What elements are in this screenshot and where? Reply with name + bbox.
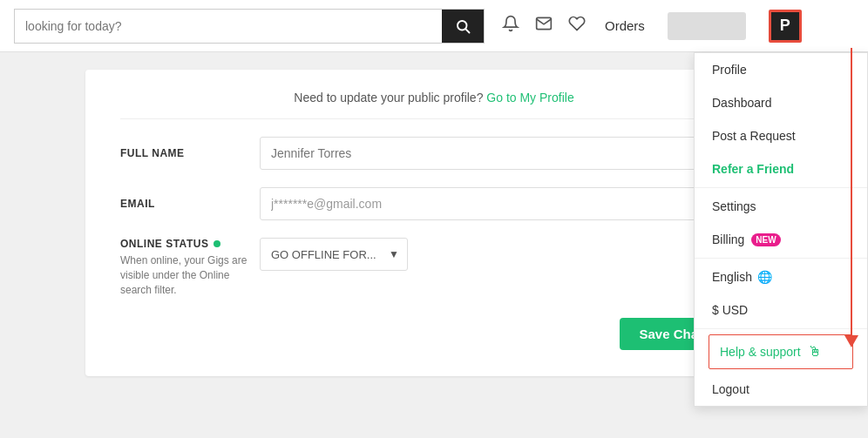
online-status-text: ONLINE STATUS xyxy=(120,238,208,250)
red-arrow-line xyxy=(851,48,852,335)
notifications-icon[interactable] xyxy=(502,15,519,37)
cursor-icon: 🖱 xyxy=(808,344,822,360)
search-button[interactable] xyxy=(442,10,484,43)
orders-link[interactable]: Orders xyxy=(605,18,645,33)
globe-icon: 🌐 xyxy=(757,270,772,284)
offline-select[interactable]: GO OFFLINE FOR... xyxy=(260,238,408,271)
search-input[interactable] xyxy=(15,10,442,43)
dropdown-item-currency[interactable]: $ USD xyxy=(695,293,867,327)
search-icon xyxy=(455,18,471,34)
new-badge: NEW xyxy=(751,233,780,246)
logout-label: Logout xyxy=(712,382,749,396)
dropdown-item-profile[interactable]: Profile xyxy=(695,53,867,86)
refer-friend-label: Refer a Friend xyxy=(712,162,794,176)
dropdown-item-post-request[interactable]: Post a Request xyxy=(695,119,867,152)
divider-2 xyxy=(695,258,867,259)
svg-line-1 xyxy=(465,29,469,32)
language-label: English xyxy=(712,270,752,284)
red-arrow-head xyxy=(844,335,858,347)
full-name-row: FULL NAME xyxy=(120,137,748,170)
messages-icon[interactable] xyxy=(535,15,553,37)
search-container xyxy=(14,9,485,44)
offline-dropdown-wrapper: GO OFFLINE FOR... ▼ xyxy=(260,238,408,271)
profile-card: Need to update your public profile? Go t… xyxy=(85,70,783,376)
avatar-letter: P xyxy=(780,17,790,35)
dropdown-item-dashboard[interactable]: Dashboard xyxy=(695,86,867,119)
full-name-input[interactable] xyxy=(260,137,748,170)
header-icons: Orders P xyxy=(502,10,802,43)
offline-select-wrapper: GO OFFLINE FOR... ▼ xyxy=(260,238,748,271)
dropdown-item-refer[interactable]: Refer a Friend xyxy=(695,152,867,185)
dropdown-item-billing[interactable]: Billing NEW xyxy=(695,223,867,256)
divider-3 xyxy=(695,328,867,329)
email-row: EMAIL xyxy=(120,187,748,220)
email-input[interactable] xyxy=(260,187,748,220)
online-desc: When online, your Gigs are visible under… xyxy=(120,253,260,297)
dropdown-item-settings[interactable]: Settings xyxy=(695,190,867,223)
avatar-button[interactable]: P xyxy=(769,10,802,43)
billing-label: Billing xyxy=(712,232,744,246)
favorites-icon[interactable] xyxy=(568,15,586,37)
post-request-label: Post a Request xyxy=(712,129,796,143)
dropdown-item-logout[interactable]: Logout xyxy=(695,373,867,406)
full-name-label: FULL NAME xyxy=(120,147,260,159)
notice-text: Need to update your public profile? xyxy=(294,91,483,104)
settings-label: Settings xyxy=(712,199,756,213)
dropdown-item-language[interactable]: English 🌐 xyxy=(695,260,867,293)
online-label-block: ONLINE STATUS When online, your Gigs are… xyxy=(120,238,260,297)
profile-notice: Need to update your public profile? Go t… xyxy=(120,91,748,119)
online-status-section: ONLINE STATUS When online, your Gigs are… xyxy=(120,238,748,297)
profile-label: Profile xyxy=(712,63,747,77)
go-to-profile-link[interactable]: Go to My Profile xyxy=(486,91,573,104)
online-status-label: ONLINE STATUS xyxy=(120,238,260,250)
form-actions: Save Changes xyxy=(120,318,748,350)
dropdown-item-help[interactable]: Help & support 🖱 xyxy=(709,334,853,369)
divider-1 xyxy=(695,187,867,188)
currency-label: $ USD xyxy=(712,303,748,317)
header: Orders P xyxy=(0,0,868,52)
help-support-label: Help & support xyxy=(720,345,801,359)
dashboard-label: Dashboard xyxy=(712,96,772,110)
email-label: EMAIL xyxy=(120,198,260,210)
online-dot xyxy=(214,240,220,247)
dropdown-menu: Profile Dashboard Post a Request Refer a… xyxy=(694,52,868,407)
user-info-blurred xyxy=(668,12,746,40)
